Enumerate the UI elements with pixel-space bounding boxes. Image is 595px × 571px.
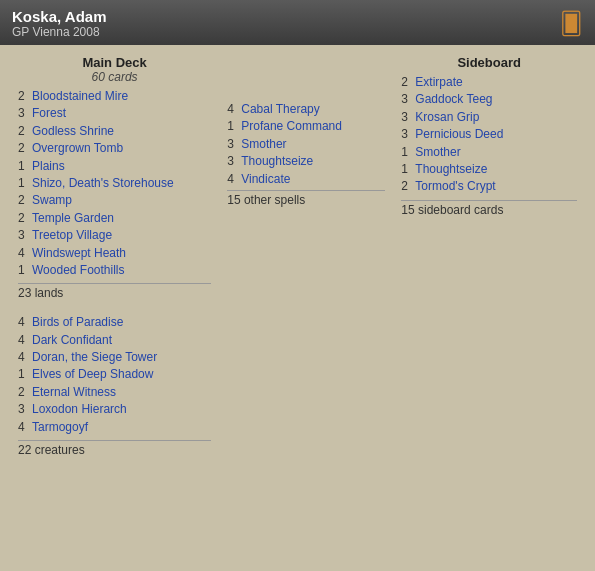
list-item: 1Plains bbox=[18, 158, 211, 175]
card-name[interactable]: Dark Confidant bbox=[32, 332, 112, 349]
list-item: 4Birds of Paradise bbox=[18, 314, 211, 331]
list-item: 2Tormod's Crypt bbox=[401, 178, 577, 195]
card-qty: 1 bbox=[401, 161, 411, 178]
card-qty: 3 bbox=[401, 109, 411, 126]
card-qty: 4 bbox=[18, 314, 28, 331]
card-name[interactable]: Forest bbox=[32, 105, 66, 122]
card-name[interactable]: Treetop Village bbox=[32, 227, 112, 244]
card-qty: 1 bbox=[18, 366, 28, 383]
card-name[interactable]: Gaddock Teeg bbox=[415, 91, 492, 108]
list-item: 2Eternal Witness bbox=[18, 384, 211, 401]
list-item: 4Dark Confidant bbox=[18, 332, 211, 349]
card-qty: 2 bbox=[401, 178, 411, 195]
card-name[interactable]: Godless Shrine bbox=[32, 123, 114, 140]
card-name[interactable]: Profane Command bbox=[241, 118, 342, 135]
card-qty: 4 bbox=[18, 419, 28, 436]
card-name[interactable]: Elves of Deep Shadow bbox=[32, 366, 153, 383]
card-qty: 3 bbox=[18, 105, 28, 122]
list-item: 3Gaddock Teeg bbox=[401, 91, 577, 108]
card-qty: 2 bbox=[18, 192, 28, 209]
player-name: Koska, Adam bbox=[12, 8, 106, 25]
card-name[interactable]: Vindicate bbox=[241, 171, 290, 188]
card-name[interactable]: Extirpate bbox=[415, 74, 462, 91]
card-qty: 1 bbox=[18, 262, 28, 279]
card-name[interactable]: Loxodon Hierarch bbox=[32, 401, 127, 418]
list-item: 2Bloodstained Mire bbox=[18, 88, 211, 105]
card-qty: 3 bbox=[401, 126, 411, 143]
list-item: 3Treetop Village bbox=[18, 227, 211, 244]
card-name[interactable]: Overgrown Tomb bbox=[32, 140, 123, 157]
card-qty: 3 bbox=[401, 91, 411, 108]
card-name[interactable]: Thoughtseize bbox=[241, 153, 313, 170]
card-qty: 3 bbox=[18, 227, 28, 244]
card-qty: 4 bbox=[227, 101, 237, 118]
card-name[interactable]: Doran, the Siege Tower bbox=[32, 349, 157, 366]
card-qty: 3 bbox=[227, 153, 237, 170]
card-qty: 2 bbox=[401, 74, 411, 91]
list-item: 1Thoughtseize bbox=[401, 161, 577, 178]
list-item: 4Cabal Therapy bbox=[227, 101, 385, 118]
lands-label: 23 lands bbox=[18, 283, 211, 300]
main-deck-title: Main Deck bbox=[18, 55, 211, 70]
card-qty: 4 bbox=[18, 245, 28, 262]
left-column: Main Deck 60 cards 2Bloodstained Mire3Fo… bbox=[10, 55, 219, 546]
card-name[interactable]: Krosan Grip bbox=[415, 109, 479, 126]
list-item: 1Smother bbox=[401, 144, 577, 161]
card-icon: 🂠 bbox=[560, 11, 583, 36]
card-qty: 3 bbox=[227, 136, 237, 153]
card-name[interactable]: Bloodstained Mire bbox=[32, 88, 128, 105]
list-item: 1Elves of Deep Shadow bbox=[18, 366, 211, 383]
list-item: 1Wooded Foothills bbox=[18, 262, 211, 279]
list-item: 3Krosan Grip bbox=[401, 109, 577, 126]
card-name[interactable]: Smother bbox=[241, 136, 286, 153]
spells-list: 4Cabal Therapy1Profane Command3Smother3T… bbox=[227, 101, 385, 188]
main-deck-count: 60 cards bbox=[18, 70, 211, 84]
sideboard-label: 15 sideboard cards bbox=[401, 200, 577, 217]
card-name[interactable]: Temple Garden bbox=[32, 210, 114, 227]
header: Koska, Adam GP Vienna 2008 🂠 bbox=[0, 0, 595, 45]
right-column: Sideboard 2Extirpate3Gaddock Teeg3Krosan… bbox=[393, 55, 585, 546]
card-name[interactable]: Windswept Heath bbox=[32, 245, 126, 262]
header-left: Koska, Adam GP Vienna 2008 bbox=[12, 8, 106, 39]
card-name[interactable]: Smother bbox=[415, 144, 460, 161]
card-qty: 2 bbox=[18, 123, 28, 140]
other-spells-label: 15 other spells bbox=[227, 190, 385, 207]
card-qty: 1 bbox=[18, 175, 28, 192]
card-qty: 2 bbox=[18, 140, 28, 157]
list-item: 1Shizo, Death's Storehouse bbox=[18, 175, 211, 192]
list-item: 3Smother bbox=[227, 136, 385, 153]
list-item: 2Godless Shrine bbox=[18, 123, 211, 140]
card-qty: 1 bbox=[401, 144, 411, 161]
list-item: 4Doran, the Siege Tower bbox=[18, 349, 211, 366]
card-name[interactable]: Cabal Therapy bbox=[241, 101, 320, 118]
card-name[interactable]: Wooded Foothills bbox=[32, 262, 125, 279]
list-item: 2Swamp bbox=[18, 192, 211, 209]
card-name[interactable]: Tormod's Crypt bbox=[415, 178, 495, 195]
list-item: 4Windswept Heath bbox=[18, 245, 211, 262]
card-qty: 2 bbox=[18, 88, 28, 105]
list-item: 2Temple Garden bbox=[18, 210, 211, 227]
card-name[interactable]: Shizo, Death's Storehouse bbox=[32, 175, 174, 192]
card-name[interactable]: Birds of Paradise bbox=[32, 314, 123, 331]
creatures-label: 22 creatures bbox=[18, 440, 211, 457]
list-item: 3Thoughtseize bbox=[227, 153, 385, 170]
card-qty: 1 bbox=[18, 158, 28, 175]
card-qty: 4 bbox=[18, 332, 28, 349]
card-qty: 2 bbox=[18, 210, 28, 227]
creatures-list: 4Birds of Paradise4Dark Confidant4Doran,… bbox=[18, 314, 211, 436]
sideboard-list: 2Extirpate3Gaddock Teeg3Krosan Grip3Pern… bbox=[401, 74, 577, 196]
card-name[interactable]: Eternal Witness bbox=[32, 384, 116, 401]
card-name[interactable]: Tarmogoyf bbox=[32, 419, 88, 436]
sideboard-header: Sideboard bbox=[401, 55, 577, 70]
card-name[interactable]: Plains bbox=[32, 158, 65, 175]
card-name[interactable]: Swamp bbox=[32, 192, 72, 209]
header-right: 🂠 bbox=[560, 11, 583, 37]
list-item: 4Vindicate bbox=[227, 171, 385, 188]
event-name: GP Vienna 2008 bbox=[12, 25, 106, 39]
card-name[interactable]: Thoughtseize bbox=[415, 161, 487, 178]
content: Main Deck 60 cards 2Bloodstained Mire3Fo… bbox=[0, 45, 595, 556]
list-item: 2Extirpate bbox=[401, 74, 577, 91]
card-name[interactable]: Pernicious Deed bbox=[415, 126, 503, 143]
card-qty: 3 bbox=[18, 401, 28, 418]
list-item: 3Forest bbox=[18, 105, 211, 122]
